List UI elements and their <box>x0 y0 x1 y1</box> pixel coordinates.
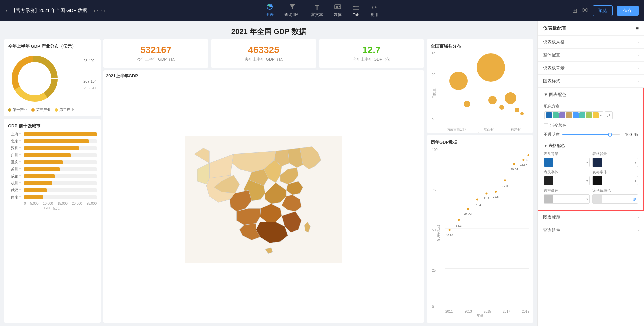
donut-label-2: 207,154 <box>83 79 97 83</box>
opacity-slider[interactable] <box>562 134 620 135</box>
border-color-label: 边框颜色 <box>544 188 590 193</box>
line-chart-svg: 48.94 55.3 62.04 67.94 71.7 72.8 79.8 90… <box>445 148 529 309</box>
section-chart-title-header[interactable]: 图表标题 › <box>538 211 644 224</box>
legend-label-3: 第二产业 <box>59 107 74 112</box>
nav-item-query[interactable]: 查询组件 <box>284 4 300 18</box>
palette-swap-button[interactable]: ⇄ <box>605 111 613 119</box>
bar-axis-tick: 5,000 <box>30 202 39 205</box>
bar-fill <box>24 146 79 150</box>
undo-button[interactable]: ↩ <box>94 8 98 14</box>
gradient-checkbox[interactable] <box>544 123 548 128</box>
swatch-1[interactable] <box>546 112 552 118</box>
config-panel: 仪表板配置 ≡ 仪表板风格 › 整体配置 › 仪表板背景 › <box>537 21 644 326</box>
nav-tab-label: Tab <box>353 13 359 17</box>
donut-chart <box>8 52 61 105</box>
swatch-3[interactable] <box>559 112 565 118</box>
config-menu-icon[interactable]: ≡ <box>636 26 639 31</box>
nav-item-reuse[interactable]: ⟳ 复用 <box>370 4 378 18</box>
table-bg-dropdown[interactable]: ▾ <box>602 161 638 164</box>
legend-item-3: 第二产业 <box>55 107 74 112</box>
header-bg-dropdown[interactable]: ▾ <box>553 161 589 164</box>
donut-label-1: 28,402 <box>83 59 97 63</box>
bar-axis-tick: 15,000 <box>57 202 68 205</box>
bar-row: 南京市 <box>8 195 97 200</box>
bar-fill <box>24 195 43 199</box>
svg-point-25 <box>476 199 478 201</box>
opacity-thumb[interactable] <box>608 133 612 137</box>
table-font-picker[interactable]: ▾ <box>592 176 638 185</box>
bar-axis-tick: 25,000 <box>86 202 97 205</box>
swatch-7[interactable] <box>586 112 592 118</box>
section-style: 仪表板风格 › <box>538 36 644 49</box>
y-label-30: 30 <box>432 52 435 56</box>
line-title: 历年GDP数据 <box>431 139 529 145</box>
bar-fill <box>24 181 52 185</box>
bubble-5 <box>488 96 497 104</box>
swatch-2[interactable] <box>553 112 559 118</box>
nav-item-tab[interactable]: Tab <box>352 4 360 17</box>
table-bg-picker[interactable]: ▾ <box>592 158 638 167</box>
scroll-dropdown[interactable]: ⊕ <box>602 196 638 202</box>
section-overall-arrow: › <box>638 53 639 57</box>
eye-icon[interactable] <box>581 7 589 15</box>
color-palette-dropdown[interactable]: ▾ <box>544 111 603 119</box>
bubble-6 <box>515 108 519 112</box>
section-overall-header[interactable]: 整体配置 › <box>538 49 644 61</box>
scroll-color-picker[interactable]: ⊕ <box>592 194 638 204</box>
bar-track <box>24 195 97 199</box>
bar-axis-title: GDP(亿元) <box>8 206 97 211</box>
bar-city-label: 北京市 <box>8 139 22 144</box>
kpi-label-1: 今年上半年 GDP（亿 <box>109 57 203 62</box>
bar-axis-tick: 0 <box>24 202 26 205</box>
svg-text:92.57: 92.57 <box>520 163 527 166</box>
nav-item-chart[interactable]: 图表 <box>266 4 274 18</box>
bar-track <box>24 181 97 185</box>
save-button[interactable]: 保存 <box>617 6 639 16</box>
filter-icon <box>289 4 296 11</box>
reuse-icon: ⟳ <box>372 4 377 11</box>
opacity-pct: % <box>634 132 638 137</box>
border-dropdown[interactable]: ▾ <box>553 197 589 201</box>
section-query-header[interactable]: 查询组件 › <box>538 224 644 237</box>
swatch-6[interactable] <box>579 112 585 118</box>
back-button[interactable]: ‹ <box>5 7 7 14</box>
tab-icon <box>352 4 360 12</box>
svg-rect-3 <box>336 6 338 8</box>
bar-row: 武汉市 <box>8 188 97 193</box>
bar-row: 上海市 <box>8 132 97 137</box>
header-font-picker[interactable]: ▾ <box>544 176 590 185</box>
swatch-5[interactable] <box>573 112 579 118</box>
section-chart-color-header[interactable]: ▼ 图表配色 <box>538 88 643 101</box>
header-font-label: 表头字体 <box>544 170 590 175</box>
table-font-dropdown[interactable]: ▾ <box>602 179 638 183</box>
swatch-4[interactable] <box>566 112 572 118</box>
scroll-add-icon[interactable]: ⊕ <box>632 196 636 202</box>
y-axis-title: 数 量 <box>432 88 437 96</box>
preview-button[interactable]: 预览 <box>593 5 613 16</box>
redo-button[interactable]: ↪ <box>101 8 105 14</box>
nav-item-media[interactable]: 媒体 <box>334 4 342 18</box>
header-bg-picker[interactable]: ▾ <box>544 158 590 167</box>
section-bg-header[interactable]: 仪表板背景 › <box>538 62 644 74</box>
section-chart-style-header[interactable]: 图表样式 › <box>538 75 644 87</box>
svg-point-26 <box>485 192 487 194</box>
bar-panel: GDP 前十强城市 上海市 北京市 深圳市 广州市 重庆市 苏州市 成都市 <box>4 119 101 323</box>
bubble-1 <box>449 72 468 90</box>
nav-right: ⊞ 预览 保存 <box>572 5 639 16</box>
bubble-4 <box>464 101 470 107</box>
donut-legend: 第一产业 第三产业 第二产业 <box>8 107 97 112</box>
center-column: 532167 今年上半年 GDP（亿 463325 去年上半年 GDP（亿 12… <box>103 39 424 323</box>
header-font-dropdown[interactable]: ▾ <box>553 179 589 183</box>
svg-text:67.94: 67.94 <box>473 203 481 207</box>
grid-icon[interactable]: ⊞ <box>572 7 577 14</box>
swatch-8[interactable] <box>593 112 599 118</box>
nav-item-richtext[interactable]: T 富文本 <box>311 4 323 18</box>
section-style-header[interactable]: 仪表板风格 › <box>538 36 644 48</box>
config-panel-title: 仪表板配置 <box>543 25 566 31</box>
svg-text:72.8: 72.8 <box>493 195 499 198</box>
legend-label-2: 第三产业 <box>36 107 51 112</box>
section-chart-color-label: ▼ 图表配色 <box>544 92 566 98</box>
bubble-panel: 全国百强县分布 数 量 30 20 10 0 <box>427 39 533 133</box>
header-font-dropdown-arrow: ▾ <box>586 179 588 183</box>
border-color-picker[interactable]: ▾ <box>544 194 590 204</box>
